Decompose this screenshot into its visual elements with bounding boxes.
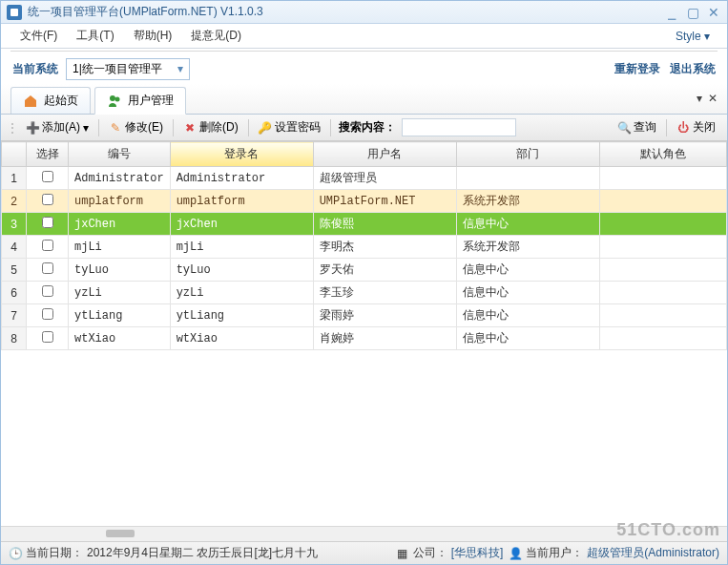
menu-file[interactable]: 文件(F) [10, 25, 67, 47]
cell-index: 6 [2, 282, 27, 304]
tab-close-icon[interactable]: ✕ [708, 92, 718, 105]
chevron-down-icon: ▾ [83, 121, 89, 135]
row-checkbox[interactable] [42, 217, 53, 228]
close-panel-button[interactable]: ⏻关闭 [671, 117, 721, 137]
col-role[interactable]: 默认角色 [599, 142, 726, 167]
cell-index: 1 [2, 167, 27, 190]
delete-button[interactable]: ✖删除(D) [177, 117, 244, 137]
menu-feedback[interactable]: 提意见(D) [181, 25, 251, 47]
hscrollbar[interactable] [1, 526, 727, 541]
tab-home-label: 起始页 [44, 93, 78, 109]
grid: 选择 编号 登录名 用户名 部门 默认角色 1AdministratorAdmi… [1, 141, 727, 541]
cell-username: 李明杰 [313, 236, 456, 259]
toolbar: ⋮ ➕添加(A)▾ ✎修改(E) ✖删除(D) 🔑设置密码 搜索内容： 🔍查询 … [1, 115, 727, 141]
cell-login: Administrator [170, 167, 313, 190]
cell-select [27, 304, 69, 327]
cell-index: 3 [2, 213, 27, 236]
status-date-value: 2012年9月4日星期二 农历壬辰日[龙]七月十九 [87, 545, 318, 561]
cell-dept [456, 167, 599, 190]
table-row[interactable]: 2umplatformumplatformUMPlatForm.NET系统开发部 [2, 190, 727, 213]
svg-rect-0 [10, 9, 18, 16]
minimize-button[interactable]: ⎯ [664, 5, 679, 20]
cell-code: umplatform [69, 190, 171, 213]
system-value: 1|统一项目管理平 [73, 61, 162, 77]
search-icon: 🔍 [617, 121, 631, 135]
status-company-label: 公司： [413, 545, 447, 561]
statusbar: 🕒 当前日期： 2012年9月4日星期二 农历壬辰日[龙]七月十九 ▦ 公司： … [1, 541, 727, 564]
cell-username: 陈俊熙 [313, 213, 456, 236]
status-company-link[interactable]: [华思科技] [451, 545, 504, 561]
row-checkbox[interactable] [42, 262, 53, 274]
cell-code: yzLi [69, 282, 171, 304]
cell-dept: 信息中心 [456, 304, 599, 327]
menu-help[interactable]: 帮助(H) [124, 25, 182, 47]
col-username[interactable]: 用户名 [313, 142, 456, 167]
cell-select [27, 190, 69, 213]
cell-code: wtXiao [69, 327, 171, 350]
table-row[interactable]: 4mjLimjLi李明杰系统开发部 [2, 236, 727, 259]
cell-select [27, 167, 69, 190]
key-icon: 🔑 [259, 121, 272, 135]
cell-role [599, 282, 726, 304]
cell-select [27, 236, 69, 259]
cell-code: ytLiang [69, 304, 171, 327]
cell-select [27, 259, 69, 282]
maximize-button[interactable]: ▢ [685, 5, 700, 20]
col-code[interactable]: 编号 [69, 142, 171, 167]
cell-select [27, 213, 69, 236]
search-label: 搜索内容： [339, 119, 396, 136]
cell-username: 梁雨婷 [313, 304, 456, 327]
system-label: 当前系统 [12, 61, 58, 77]
col-index[interactable] [2, 142, 27, 167]
row-checkbox[interactable] [42, 194, 53, 205]
close-button[interactable]: ✕ [706, 5, 721, 20]
row-checkbox[interactable] [42, 240, 53, 251]
add-button[interactable]: ➕添加(A)▾ [20, 117, 94, 137]
tab-usermgmt[interactable]: 用户管理 [94, 87, 186, 115]
status-date-label: 当前日期： [26, 545, 83, 561]
status-user-link[interactable]: 超级管理员(Administrator) [587, 545, 719, 561]
tab-home[interactable]: 起始页 [10, 87, 91, 114]
cell-code: Administrator [69, 167, 171, 190]
table-row[interactable]: 8wtXiaowtXiao肖婉婷信息中心 [2, 327, 727, 350]
col-login[interactable]: 登录名 [170, 142, 313, 167]
cell-login: umplatform [170, 190, 313, 213]
tab-dropdown-icon[interactable]: ▾ [697, 92, 702, 105]
setpwd-button[interactable]: 🔑设置密码 [253, 117, 326, 137]
row-checkbox[interactable] [42, 285, 53, 297]
col-select[interactable]: 选择 [27, 142, 69, 167]
cell-dept: 信息中心 [456, 327, 599, 350]
menu-style[interactable]: Style ▾ [668, 28, 718, 45]
cell-login: jxChen [170, 213, 313, 236]
cell-dept: 信息中心 [456, 282, 599, 304]
col-dept[interactable]: 部门 [456, 142, 599, 167]
company-icon: ▦ [396, 547, 409, 560]
table-row[interactable]: 6yzLiyzLi李玉珍信息中心 [2, 282, 727, 304]
table-row[interactable]: 7ytLiangytLiang梁雨婷信息中心 [2, 304, 727, 327]
clock-icon: 🕒 [9, 547, 22, 560]
toolbar-grip-icon: ⋮ [7, 121, 18, 135]
relogin-link[interactable]: 重新登录 [614, 61, 660, 77]
row-checkbox[interactable] [42, 308, 53, 320]
table-row[interactable]: 3jxChenjxChen陈俊熙信息中心 [2, 213, 727, 236]
query-button[interactable]: 🔍查询 [612, 117, 662, 137]
search-input[interactable] [402, 118, 516, 136]
cell-index: 2 [2, 190, 27, 213]
cell-login: yzLi [170, 282, 313, 304]
table-row[interactable]: 1AdministratorAdministrator超级管理员 [2, 167, 727, 190]
cell-select [27, 327, 69, 350]
row-checkbox[interactable] [42, 171, 53, 182]
cell-dept: 系统开发部 [456, 236, 599, 259]
system-select[interactable]: 1|统一项目管理平 ▾ [66, 58, 190, 80]
modify-button[interactable]: ✎修改(E) [103, 117, 169, 137]
window-title: 统一项目管理平台(UMPlatForm.NET) V1.1.0.3 [28, 4, 664, 20]
table-row[interactable]: 5tyLuotyLuo罗天佑信息中心 [2, 259, 727, 282]
menu-tool[interactable]: 工具(T) [67, 25, 123, 47]
cell-username: 肖婉婷 [313, 327, 456, 350]
app-icon [7, 5, 22, 20]
cell-role [599, 190, 726, 213]
cell-index: 5 [2, 259, 27, 282]
exit-link[interactable]: 退出系统 [670, 61, 716, 77]
cell-role [599, 213, 726, 236]
row-checkbox[interactable] [42, 331, 53, 343]
